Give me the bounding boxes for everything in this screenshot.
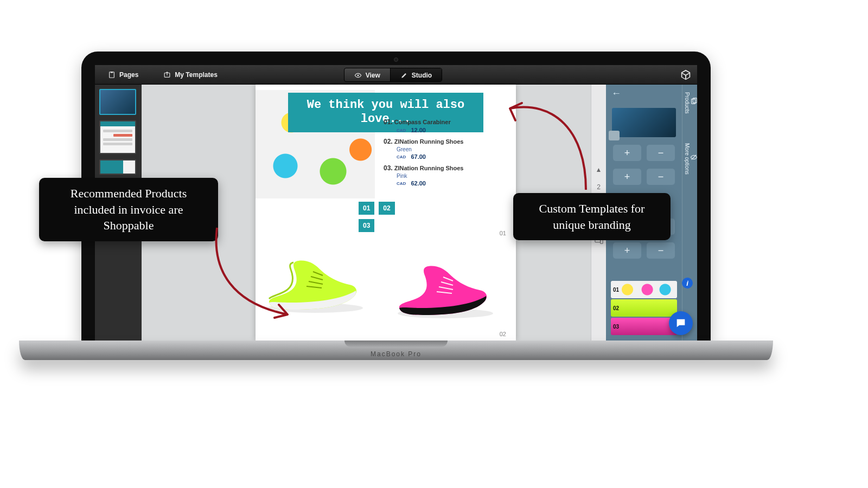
callout-templates: Custom Templates for unique branding [513,193,671,240]
hotspot-chip[interactable]: 02 [379,202,394,215]
variant-thumb[interactable]: 01 [611,281,677,298]
product-price: CAD 62.00 [397,180,508,187]
pages-button[interactable]: Pages [100,65,146,84]
view-label: View [366,72,380,79]
pages-label: Pages [119,71,138,79]
laptop-label: MacBook Pro [19,350,773,358]
product-item[interactable]: 01. Compass Carabiner CAD 12.00 [384,118,508,133]
side-tabs: Products More options i [682,85,697,341]
studio-label: Studio [412,72,432,79]
recommended-product-list: 01. Compass Carabiner CAD 12.00 02. ZINa… [384,118,508,191]
product-item[interactable]: 03. ZINation Running Shoes Pink CAD 62.0… [384,164,508,187]
qty-row-1: + − [613,145,675,161]
page-thumb-2[interactable] [99,120,136,154]
variant-thumb[interactable]: 03 [611,318,677,335]
camera-icon [609,131,620,140]
eye-icon [354,72,362,79]
svg-point-3 [357,74,359,76]
svg-rect-8 [600,240,602,243]
arrow-up-icon[interactable]: ▲ [596,166,602,174]
chat-launcher[interactable] [669,311,693,335]
product-number: 03. [384,164,393,172]
variant-thumbs: 01 02 03 [611,281,677,335]
product-price: CAD 12.00 [397,127,508,133]
product-color: Green [397,146,508,152]
variant-thumb[interactable]: 02 [611,299,677,317]
hotspot-chip[interactable]: 03 [359,219,374,232]
shoe-image-green[interactable] [261,242,369,315]
product-color: Pink [397,173,508,179]
product-name: ZINation Running Shoes [394,165,464,171]
panel-back-button[interactable]: ← [611,88,621,99]
info-button[interactable]: i [682,278,693,288]
copy-icon [690,92,697,110]
top-toolbar: Pages My Templates [95,65,697,85]
cube-icon[interactable] [680,69,692,81]
panel-preview-thumb[interactable] [612,108,676,137]
svg-rect-1 [111,71,113,73]
minus-button[interactable]: − [647,242,675,259]
canvas-label-02: 02 [500,331,506,337]
webcam [394,57,398,62]
product-name: ZINation Running Shoes [394,138,464,145]
page-thumb-3[interactable] [99,159,136,175]
plus-button[interactable]: + [613,242,641,259]
tab-products-label: Products [684,92,690,113]
plus-button[interactable]: + [613,169,641,185]
hotspot-chips: 01 02 03 [359,202,407,232]
product-price: CAD 67.00 [397,153,508,160]
my-templates-label: My Templates [175,71,217,79]
document-canvas[interactable]: We think you will also love... 01. Compa… [256,85,516,341]
shoe-image-pink[interactable] [391,247,500,320]
callout-shoppable: Recommended Products included in invoice… [39,178,218,241]
tab-products[interactable]: Products [682,88,697,118]
page-number: 2 [597,183,601,191]
product-number: 02. [384,138,393,145]
page-thumb-1[interactable] [99,89,136,115]
canvas-label-01: 01 [500,230,506,236]
product-name: Compass Carabiner [394,119,451,125]
laptop-base: MacBook Pro [19,341,773,360]
eye-off-icon [690,143,697,171]
tab-more-label: More options [684,143,690,175]
product-item[interactable]: 02. ZINation Running Shoes Green CAD 67.… [384,138,508,160]
view-mode-button[interactable]: View [344,68,390,82]
plus-button[interactable]: + [613,145,641,161]
hotspot-chip[interactable]: 01 [359,202,374,215]
mode-segment: View Studio [344,68,442,82]
clipboard-icon [108,71,116,79]
studio-mode-button[interactable]: Studio [391,68,442,82]
product-number: 01. [384,118,393,126]
qty-row-2: + − [613,169,675,185]
qty-row-4: + − [613,242,675,259]
tab-more-options[interactable]: More options [682,139,697,179]
pencil-icon [400,72,408,79]
minus-button[interactable]: − [647,145,675,161]
export-icon [163,71,171,79]
minus-button[interactable]: − [647,169,675,185]
my-templates-button[interactable]: My Templates [156,65,225,84]
